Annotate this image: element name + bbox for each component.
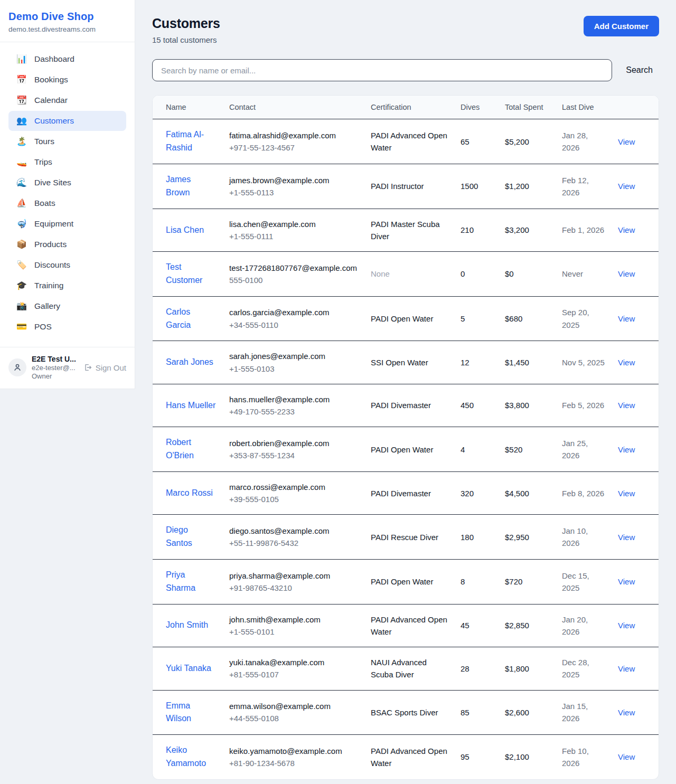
sidebar-item-boats[interactable]: ⛵Boats (8, 193, 126, 213)
view-link[interactable]: View (618, 621, 635, 630)
total-spent-cell: $2,850 (505, 604, 562, 647)
shop-name: Demo Dive Shop (8, 11, 126, 23)
customer-name-link[interactable]: Lisa Chen (166, 224, 204, 237)
customer-name-link[interactable]: Fatima Al-Rashid (166, 128, 217, 155)
last-dive-cell: Feb 8, 2026 (562, 471, 618, 515)
customer-certification: PADI Open Water (371, 314, 433, 323)
name-cell: Hans Mueller (153, 384, 229, 427)
sidebar-item-equipment[interactable]: 🤿Equipment (8, 214, 126, 234)
view-link[interactable]: View (618, 489, 635, 498)
view-cell: View (618, 252, 659, 297)
sidebar-item-tours[interactable]: 🏝️Tours (8, 131, 126, 152)
customer-certification: SSI Open Water (371, 358, 428, 367)
view-link[interactable]: View (618, 137, 635, 146)
customer-name-link[interactable]: Robert O'Brien (166, 436, 217, 462)
customer-row: Marco Rossimarco.rossi@example.com+39-55… (153, 471, 659, 515)
customer-name-link[interactable]: Carlos Garcia (166, 306, 217, 332)
dives-cell: 8 (461, 560, 505, 604)
name-cell: Fatima Al-Rashid (153, 119, 229, 164)
customer-name-link[interactable]: Hans Mueller (166, 399, 215, 412)
view-link[interactable]: View (618, 314, 635, 323)
sidebar-item-dive-sites[interactable]: 🌊Dive Sites (8, 173, 126, 193)
name-cell: Test Customer (153, 252, 229, 297)
sidebar-item-gallery[interactable]: 📸Gallery (8, 296, 126, 316)
customer-row: Diego Santosdiego.santos@example.com+55-… (153, 515, 659, 560)
total-spent-cell: $2,100 (505, 735, 562, 779)
view-link[interactable]: View (618, 182, 635, 191)
app: Demo Dive Shop demo.test.divestreams.com… (0, 0, 676, 784)
main-content: Customers 15 total customers Add Custome… (135, 0, 676, 780)
customer-certification: PADI Instructor (371, 182, 424, 191)
sidebar-item-calendar[interactable]: 📆Calendar (8, 90, 126, 110)
view-link[interactable]: View (618, 752, 635, 761)
view-link[interactable]: View (618, 664, 635, 673)
trips-icon: 🚤 (16, 158, 27, 166)
customer-row: Robert O'Brienrobert.obrien@example.com+… (153, 427, 659, 472)
sidebar-item-label: Bookings (34, 75, 68, 84)
view-link[interactable]: View (618, 358, 635, 367)
search-button[interactable]: Search (626, 65, 653, 75)
total-spent-cell: $1,800 (505, 647, 562, 691)
total-spent-cell: $720 (505, 560, 562, 604)
dives-cell: 210 (461, 209, 505, 252)
customer-email: keiko.yamamoto@example.com (229, 745, 358, 757)
customer-name-link[interactable]: Diego Santos (166, 524, 217, 550)
customer-row: Hans Muellerhans.mueller@example.com+49-… (153, 384, 659, 427)
customer-name-link[interactable]: Test Customer (166, 261, 217, 287)
sidebar-item-trips[interactable]: 🚤Trips (8, 152, 126, 172)
last-dive-cell: Jan 25, 2026 (562, 427, 618, 472)
sidebar-item-training[interactable]: 🎓Training (8, 276, 126, 296)
sidebar: Demo Dive Shop demo.test.divestreams.com… (0, 0, 135, 389)
customer-certification: None (371, 269, 390, 278)
customer-row: James Brownjames.brown@example.com+1-555… (153, 164, 659, 209)
sidebar-item-pos[interactable]: 💳POS (8, 317, 126, 337)
last-dive-cell: Jan 10, 2026 (562, 515, 618, 560)
customer-name-link[interactable]: Keiko Yamamoto (166, 744, 217, 770)
gallery-icon: 📸 (16, 302, 27, 310)
name-cell: Lisa Chen (153, 209, 229, 252)
view-link[interactable]: View (618, 445, 635, 454)
add-customer-button[interactable]: Add Customer (584, 16, 659, 36)
certification-cell: PADI Advanced Open Water (371, 604, 461, 647)
sidebar-item-customers[interactable]: 👥Customers (8, 111, 126, 131)
sign-out-button[interactable]: Sign Out (83, 363, 126, 372)
sidebar-item-bookings[interactable]: 📅Bookings (8, 70, 126, 90)
customer-name-link[interactable]: James Brown (166, 173, 217, 200)
certification-cell: PADI Divemaster (371, 471, 461, 515)
view-link[interactable]: View (618, 577, 635, 586)
sidebar-item-label: Equipment (34, 219, 73, 229)
sidebar-item-discounts[interactable]: 🏷️Discounts (8, 255, 126, 275)
customer-certification: PADI Advanced Open Water (371, 131, 447, 152)
dives-cell: 4 (461, 427, 505, 472)
user-info: E2E Test U... e2e-tester@... Owner (32, 355, 78, 380)
dives-cell: 85 (461, 690, 505, 735)
sidebar-item-products[interactable]: 📦Products (8, 234, 126, 254)
sidebar-item-dashboard[interactable]: 📊Dashboard (8, 49, 126, 69)
customer-name-link[interactable]: John Smith (166, 619, 208, 632)
customer-name-link[interactable]: Emma Wilson (166, 700, 217, 726)
customer-name-link[interactable]: Yuki Tanaka (166, 662, 211, 675)
view-link[interactable]: View (618, 269, 635, 278)
customer-name-link[interactable]: Marco Rossi (166, 487, 213, 500)
view-link[interactable]: View (618, 225, 635, 234)
customer-row: Carlos Garciacarlos.garcia@example.com+3… (153, 296, 659, 341)
view-cell: View (618, 296, 659, 341)
dive-sites-icon: 🌊 (16, 178, 27, 187)
customer-email: marco.rossi@example.com (229, 481, 358, 493)
customer-phone: +1-555-0111 (229, 230, 358, 242)
customer-name-link[interactable]: Priya Sharma (166, 569, 217, 595)
customer-email: john.smith@example.com (229, 613, 358, 626)
view-link[interactable]: View (618, 401, 635, 410)
view-cell: View (618, 515, 659, 560)
contact-cell: emma.wilson@example.com+44-555-0108 (229, 690, 371, 735)
sidebar-item-label: POS (34, 322, 52, 332)
sidebar-nav: 📊Dashboard📅Bookings📆Calendar👥Customers🏝️… (0, 42, 135, 343)
total-spent-cell: $0 (505, 252, 562, 297)
search-input[interactable] (152, 59, 612, 81)
name-cell: John Smith (153, 604, 229, 647)
sidebar-item-label: Boats (34, 199, 55, 208)
view-link[interactable]: View (618, 533, 635, 542)
contact-cell: fatima.alrashid@example.com+971-55-123-4… (229, 119, 371, 164)
customer-name-link[interactable]: Sarah Jones (166, 356, 213, 369)
view-link[interactable]: View (618, 708, 635, 717)
